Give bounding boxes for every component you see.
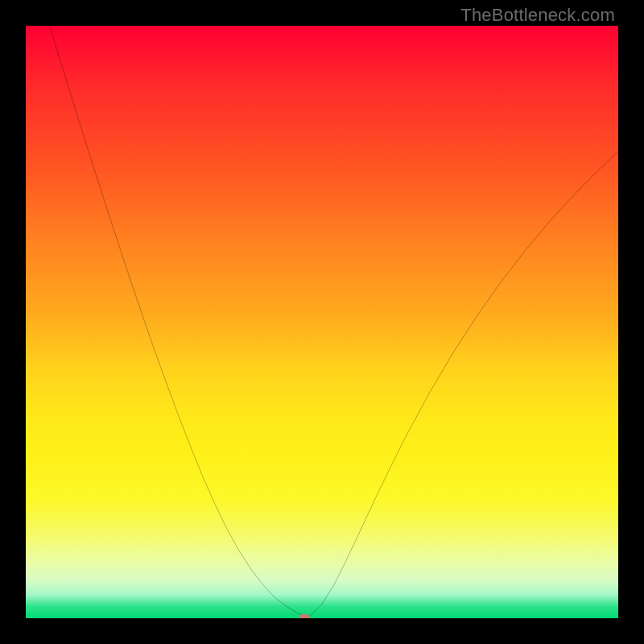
chart-frame: TheBottleneck.com bbox=[0, 0, 644, 644]
curve-svg bbox=[26, 26, 618, 618]
optimum-marker bbox=[299, 614, 310, 618]
bottleneck-curve bbox=[49, 26, 618, 616]
watermark-text: TheBottleneck.com bbox=[460, 5, 615, 26]
plot-area bbox=[26, 26, 618, 618]
